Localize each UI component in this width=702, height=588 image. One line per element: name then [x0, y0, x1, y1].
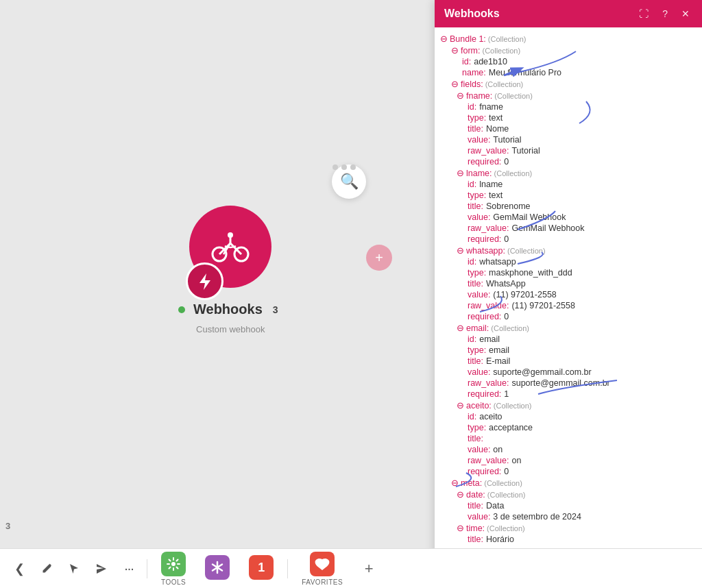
- toolbar-tools[interactable]: TOOLS: [153, 549, 194, 589]
- toolbar-number1[interactable]: 1: [241, 552, 282, 585]
- tree-line: ⊖ aceito: (Collection): [435, 400, 702, 411]
- collapse-icon[interactable]: ⊖: [457, 90, 464, 101]
- pencil-button[interactable]: [34, 556, 59, 581]
- node-badge: 3: [268, 304, 283, 316]
- tree-key: title:: [468, 356, 483, 366]
- tree-value: whatsapp: [479, 257, 516, 267]
- tree-line: required: 0: [435, 311, 702, 322]
- tree-line: value: Tutorial: [435, 134, 702, 145]
- tree-key: required:: [468, 467, 501, 476]
- collapse-icon[interactable]: ⊖: [457, 489, 464, 500]
- tree-value: aceito: [479, 412, 502, 421]
- tree-value: Data: [486, 501, 504, 511]
- history-back-button[interactable]: ❮: [7, 556, 32, 581]
- tree-line: required: 0: [435, 234, 702, 245]
- panel-header: Webhooks ⛶ ? ✕: [435, 0, 702, 27]
- tree-key: fields:: [461, 79, 483, 89]
- help-button[interactable]: ?: [659, 7, 670, 21]
- tree-value: 0: [504, 467, 509, 476]
- tree-value: GemMail Webhook: [511, 223, 584, 233]
- tree-type: (Collection): [494, 402, 532, 410]
- tree-line: type: email: [435, 345, 702, 356]
- toolbar-asterisk[interactable]: [197, 552, 238, 585]
- tree-line: value: GemMail Webhook: [435, 212, 702, 223]
- tree-type: (Collection): [488, 35, 526, 43]
- tree-line: type: text: [435, 112, 702, 123]
- tree-line: id: ade1b10: [435, 56, 702, 67]
- tree-key: value:: [468, 212, 490, 222]
- tree-key: id:: [462, 57, 471, 66]
- tools-label: TOOLS: [161, 578, 186, 586]
- send-button[interactable]: [89, 556, 114, 581]
- dot-2: [341, 164, 347, 170]
- collapse-icon[interactable]: ⊖: [451, 478, 459, 488]
- tree-key: title:: [468, 201, 483, 211]
- tree-key: required:: [468, 234, 501, 244]
- tree-key: id:: [468, 180, 476, 189]
- expand-button[interactable]: ⛶: [636, 7, 651, 21]
- tree-key: raw_value:: [468, 146, 509, 156]
- tree-line: title: Horário: [435, 534, 702, 545]
- tree-line: raw_value: Tutorial: [435, 145, 702, 156]
- tree-value: maskphone_with_ddd: [489, 268, 572, 278]
- tree-value: text: [489, 191, 503, 200]
- tree-line: ⊖ email: (Collection): [435, 322, 702, 334]
- more-button[interactable]: ···: [117, 556, 141, 581]
- tree-key: type:: [468, 345, 486, 355]
- collapse-icon[interactable]: ⊖: [457, 168, 464, 178]
- tree-line: id: aceito: [435, 411, 702, 422]
- tree-key: raw_value:: [468, 456, 509, 465]
- tree-value: email: [489, 345, 509, 355]
- tree-line: ⊖ form: (Collection): [435, 45, 702, 56]
- tree-value: (11) 97201-2558: [511, 301, 574, 310]
- tree-type: (Collection): [491, 324, 529, 332]
- tree-key: type:: [468, 268, 486, 278]
- tree-value: ade1b10: [474, 57, 507, 66]
- tree-key: title:: [468, 279, 483, 289]
- tree-key: whatsapp:: [466, 246, 505, 256]
- tree-value: (11) 97201-2558: [493, 290, 556, 299]
- tree-value: email: [479, 334, 500, 344]
- collapse-icon[interactable]: ⊖: [451, 79, 459, 89]
- tree-value: WhatsApp: [486, 279, 526, 289]
- tree-line: raw_value: suporte@gemmail.com.br: [435, 378, 702, 389]
- tree-line: title: Data: [435, 500, 702, 511]
- tree-key: date:: [466, 490, 485, 500]
- tree-key: name:: [462, 68, 486, 77]
- tree-value: lname: [479, 180, 503, 189]
- webhook-node[interactable]: Webhooks 3 Custom webhook: [178, 206, 283, 334]
- tree-key: required:: [468, 157, 501, 167]
- collapse-icon[interactable]: ⊖: [457, 323, 464, 333]
- favorites-label: FAVORITES: [302, 578, 343, 586]
- svg-line-3: [230, 243, 241, 254]
- tree-value: GemMail Webhook: [493, 212, 566, 222]
- collapse-icon[interactable]: ⊖: [457, 400, 464, 411]
- tree-value: Sobrenome: [486, 201, 531, 211]
- plus-bubble[interactable]: +: [366, 245, 392, 271]
- tree-line: raw_value: GemMail Webhook: [435, 223, 702, 234]
- tree-value: suporte@gemmail.com.br: [493, 367, 591, 377]
- collapse-icon[interactable]: ⊖: [457, 523, 464, 533]
- search-icon: 🔍: [340, 173, 359, 191]
- toolbar-favorites[interactable]: FAVORITES: [293, 549, 351, 589]
- tree-key: id:: [468, 257, 476, 267]
- close-button[interactable]: ✕: [679, 7, 692, 21]
- tree-line: value: suporte@gemmail.com.br: [435, 367, 702, 378]
- collapse-icon[interactable]: ⊖: [440, 34, 448, 44]
- tree-key: time:: [466, 524, 485, 533]
- tree-line: type: text: [435, 190, 702, 201]
- cursor-button[interactable]: [62, 556, 86, 581]
- collapse-icon[interactable]: ⊖: [457, 245, 464, 256]
- svg-point-7: [171, 562, 176, 566]
- tree-line: title: WhatsApp: [435, 278, 702, 289]
- dot-3: [350, 164, 356, 170]
- node-sub-circle: [186, 262, 223, 300]
- webhooks-panel: Webhooks ⛶ ? ✕ ⊖ Bundle 1: (Collection) …: [435, 0, 702, 588]
- panel-content[interactable]: ⊖ Bundle 1: (Collection) ⊖ form: (Collec…: [435, 27, 702, 588]
- tree-key: raw_value:: [468, 301, 509, 310]
- tree-line: name: Meu formulário Pro: [435, 67, 702, 78]
- add-button[interactable]: +: [356, 556, 381, 581]
- tree-value: Tutorial: [493, 135, 521, 145]
- collapse-icon[interactable]: ⊖: [451, 45, 459, 56]
- tree-line: required: 0: [435, 156, 702, 167]
